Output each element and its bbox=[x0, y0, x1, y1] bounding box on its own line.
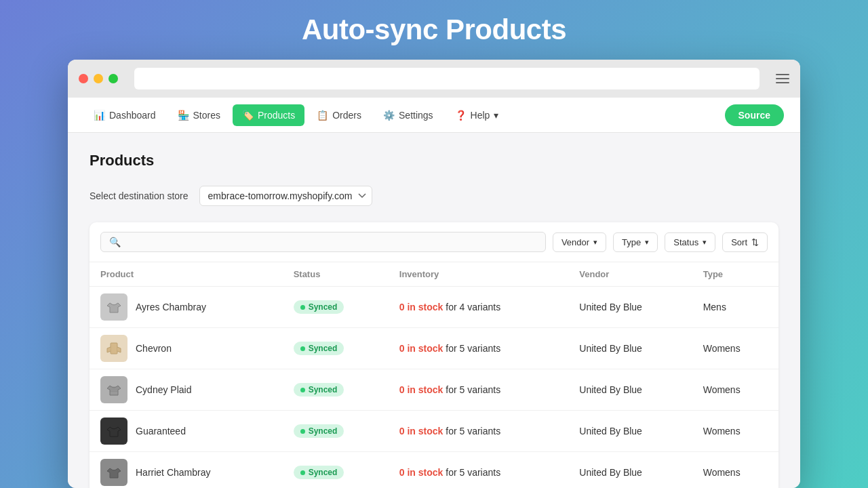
col-inventory: Inventory bbox=[389, 262, 569, 287]
status-badge: Synced bbox=[294, 300, 344, 314]
menu-icon[interactable] bbox=[776, 74, 789, 83]
search-input[interactable] bbox=[126, 237, 537, 247]
status-dot-icon bbox=[300, 346, 305, 351]
products-table-container: 🔍 Vendor Type Status Sort ⇅ Product Stat… bbox=[90, 222, 778, 488]
traffic-lights bbox=[79, 74, 118, 83]
store-selector-label: Select destination store bbox=[90, 190, 189, 201]
close-button[interactable] bbox=[79, 74, 88, 83]
status-badge: Synced bbox=[294, 383, 344, 396]
vendor-cell: United By Blue bbox=[568, 369, 692, 411]
table-body: Ayres Chambray Synced 0 in stock for 4 v… bbox=[90, 287, 778, 489]
status-dot-icon bbox=[300, 429, 305, 434]
status-badge: Synced bbox=[294, 466, 344, 479]
product-image bbox=[100, 376, 127, 403]
table-row[interactable]: Harriet Chambray Synced 0 in stock for 5… bbox=[90, 452, 778, 489]
inventory-cell: 0 in stock for 5 variants bbox=[389, 328, 569, 369]
page-title: Auto-sync Products bbox=[302, 14, 566, 46]
col-type: Type bbox=[692, 262, 778, 287]
col-product: Product bbox=[90, 262, 283, 287]
inventory-variants: for 4 variants bbox=[443, 302, 500, 312]
status-badge: Synced bbox=[294, 424, 344, 438]
nav-label-dashboard: Dashboard bbox=[109, 110, 156, 121]
help-chevron-icon: ▾ bbox=[494, 110, 498, 121]
products-table: Product Status Inventory Vendor Type bbox=[90, 262, 778, 488]
product-cell: Guaranteed bbox=[100, 418, 272, 445]
product-image bbox=[100, 418, 127, 445]
status-dot-icon bbox=[300, 470, 305, 475]
inventory-variants: for 5 variants bbox=[443, 426, 500, 436]
out-of-stock-text: 0 in stock bbox=[399, 426, 443, 436]
inventory-variants: for 5 variants bbox=[443, 343, 500, 354]
source-button[interactable]: Source bbox=[725, 104, 784, 126]
status-dot-icon bbox=[300, 388, 305, 392]
vendor-cell: United By Blue bbox=[568, 452, 692, 489]
nav-label-stores: Stores bbox=[193, 110, 220, 121]
dashboard-icon: 📊 bbox=[94, 110, 105, 121]
orders-icon: 📋 bbox=[317, 110, 328, 121]
product-image bbox=[100, 335, 127, 362]
status-dot-icon bbox=[300, 305, 305, 310]
product-cell: Ayres Chambray bbox=[100, 293, 272, 321]
sort-label: Sort bbox=[731, 237, 747, 247]
nav-item-settings[interactable]: ⚙️ Settings bbox=[374, 104, 443, 126]
product-cell: Chevron bbox=[100, 335, 272, 362]
type-cell: Womens bbox=[692, 452, 778, 489]
products-icon: 🏷️ bbox=[242, 110, 254, 121]
product-name: Cydney Plaid bbox=[136, 384, 192, 395]
nav-item-help[interactable]: ❓ Help ▾ bbox=[446, 104, 509, 126]
status-label: Synced bbox=[309, 468, 338, 477]
nav-item-dashboard[interactable]: 📊 Dashboard bbox=[84, 104, 165, 126]
status-filter-button[interactable]: Status bbox=[665, 232, 715, 252]
nav-label-products: Products bbox=[258, 110, 295, 121]
table-row[interactable]: Chevron Synced 0 in stock for 5 variants bbox=[90, 328, 778, 369]
inventory-variants: for 5 variants bbox=[443, 467, 500, 478]
inventory-cell: 0 in stock for 5 variants bbox=[389, 411, 569, 452]
search-wrap: 🔍 bbox=[100, 232, 546, 252]
type-filter-button[interactable]: Type bbox=[613, 232, 658, 252]
product-name: Harriet Chambray bbox=[136, 467, 210, 478]
stores-icon: 🏪 bbox=[178, 110, 189, 121]
settings-icon: ⚙️ bbox=[383, 110, 395, 121]
inventory-variants: for 5 variants bbox=[443, 384, 500, 395]
nav-item-orders[interactable]: 📋 Orders bbox=[307, 104, 371, 126]
out-of-stock-text: 0 in stock bbox=[399, 302, 443, 312]
vendor-filter-button[interactable]: Vendor bbox=[553, 232, 606, 252]
sort-button[interactable]: Sort ⇅ bbox=[722, 232, 768, 252]
minimize-button[interactable] bbox=[94, 74, 103, 83]
table-row[interactable]: Ayres Chambray Synced 0 in stock for 4 v… bbox=[90, 287, 778, 328]
inventory-cell: 0 in stock for 4 variants bbox=[389, 287, 569, 328]
store-selector-dropdown[interactable]: embrace-tomorrow.myshopify.com bbox=[199, 186, 372, 206]
status-label: Synced bbox=[309, 344, 338, 353]
nav-label-orders: Orders bbox=[332, 110, 361, 121]
out-of-stock-text: 0 in stock bbox=[399, 384, 443, 395]
status-badge: Synced bbox=[294, 342, 344, 355]
product-name: Chevron bbox=[136, 343, 172, 354]
col-status: Status bbox=[283, 262, 389, 287]
out-of-stock-text: 0 in stock bbox=[399, 343, 443, 354]
nav-label-help: Help bbox=[471, 110, 490, 121]
maximize-button[interactable] bbox=[108, 74, 118, 83]
product-cell: Harriet Chambray bbox=[100, 459, 272, 486]
table-row[interactable]: Guaranteed Synced 0 in stock for 5 varia… bbox=[90, 411, 778, 452]
vendor-cell: United By Blue bbox=[568, 328, 692, 369]
search-icon: 🔍 bbox=[109, 237, 121, 247]
help-icon: ❓ bbox=[455, 110, 467, 121]
content-heading: Products bbox=[90, 152, 778, 169]
sort-arrows-icon: ⇅ bbox=[751, 237, 759, 247]
vendor-cell: United By Blue bbox=[568, 411, 692, 452]
inventory-cell: 0 in stock for 5 variants bbox=[389, 369, 569, 411]
address-bar[interactable] bbox=[134, 68, 760, 89]
product-name: Guaranteed bbox=[136, 426, 186, 436]
inventory-cell: 0 in stock for 5 variants bbox=[389, 452, 569, 489]
table-row[interactable]: Cydney Plaid Synced 0 in stock for 5 var… bbox=[90, 369, 778, 411]
product-name: Ayres Chambray bbox=[136, 302, 206, 312]
out-of-stock-text: 0 in stock bbox=[399, 467, 443, 478]
svg-rect-0 bbox=[111, 343, 117, 354]
store-selector-row: Select destination store embrace-tomorro… bbox=[90, 186, 778, 206]
main-content: Products Select destination store embrac… bbox=[68, 133, 800, 488]
nav-item-stores[interactable]: 🏪 Stores bbox=[168, 104, 230, 126]
nav-item-products[interactable]: 🏷️ Products bbox=[233, 104, 304, 126]
product-cell: Cydney Plaid bbox=[100, 376, 272, 403]
status-label: Synced bbox=[309, 302, 338, 312]
type-cell: Mens bbox=[692, 287, 778, 328]
